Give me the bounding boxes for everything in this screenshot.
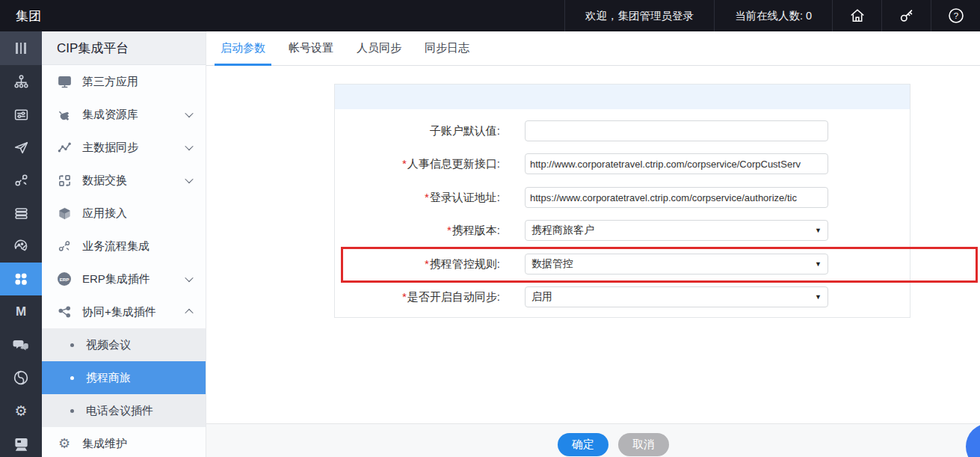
field-label: *人事信息更新接口: — [335, 153, 500, 174]
rail-item-letter-m[interactable]: M — [0, 295, 42, 328]
sidebar: CIP集成平台 第三方应用 集成资源库 主数据同步 数据交换 应用接入 业务流程 — [42, 31, 206, 457]
submenu-item-video-conference[interactable]: 视频会议 — [42, 328, 206, 361]
sidebar-item-app-access[interactable]: 应用接入 — [42, 197, 206, 230]
login-auth-url-input[interactable] — [525, 187, 828, 208]
data-nodes-icon — [57, 140, 72, 155]
monitor-icon — [57, 74, 72, 89]
sub-account-default-input[interactable] — [525, 120, 828, 141]
help-icon: ? — [947, 7, 965, 25]
sidebar-item-label: 集成资源库 — [82, 108, 186, 122]
share-nodes-icon — [57, 304, 72, 319]
form-row: *携程版本: 携程商旅客户 ▼ — [335, 220, 828, 241]
help-button[interactable]: ? — [931, 0, 980, 31]
link-flow-icon — [13, 173, 29, 188]
rail-item-control-panel[interactable] — [0, 98, 42, 131]
sidebar-item-label: 应用接入 — [82, 206, 192, 221]
chevron-down-icon — [185, 175, 193, 183]
home-button[interactable] — [832, 0, 881, 31]
select-arrow-icon: ▼ — [815, 293, 822, 301]
tab-account-settings[interactable]: 帐号设置 — [289, 31, 333, 66]
home-icon — [849, 7, 866, 24]
chevron-down-icon — [185, 109, 193, 117]
field-label: *携程版本: — [335, 220, 500, 241]
field-label: *登录认证地址: — [335, 187, 500, 208]
field-label: *是否开启自动同步: — [335, 286, 500, 307]
cube-icon — [57, 206, 72, 221]
sidebar-item-integration-maintenance[interactable]: ⚙ 集成维护 — [42, 427, 206, 457]
workstation-icon — [13, 436, 29, 452]
key-button[interactable] — [881, 0, 931, 31]
sidebar-item-label: 协同+集成插件 — [82, 305, 186, 319]
sidebar-item-data-exchange[interactable]: 数据交换 — [42, 164, 206, 197]
sidebar-title: CIP集成平台 — [42, 31, 206, 65]
settings-panel: 子账户默认值: *人事信息更新接口: *登录认证地址: *携程版本: 携程商旅客… — [334, 84, 910, 318]
submenu-item-ctrip-travel[interactable]: 携程商旅 — [42, 361, 206, 394]
rail-item-stack[interactable] — [0, 197, 42, 230]
app-rail: M ⚙ — [0, 31, 42, 457]
ctrip-control-rule-select[interactable]: 数据管控 ▼ — [525, 254, 828, 274]
sidebar-item-business-process-integration[interactable]: 业务流程集成 — [42, 230, 206, 263]
select-arrow-icon: ▼ — [815, 260, 822, 268]
chevron-up-icon — [185, 309, 193, 317]
rail-item-chat[interactable] — [0, 328, 42, 361]
tab-startup-params[interactable]: 启动参数 — [221, 31, 265, 66]
tab-sync-log[interactable]: 同步日志 — [425, 31, 469, 66]
sidebar-item-master-data-sync[interactable]: 主数据同步 — [42, 131, 206, 164]
select-arrow-icon: ▼ — [815, 227, 822, 234]
rail-item-link-flow[interactable] — [0, 164, 42, 197]
confirm-button[interactable]: 确定 — [558, 433, 608, 456]
form-row: *是否开启自动同步: 启用 ▼ — [335, 286, 828, 307]
apps-clover-icon — [13, 271, 29, 287]
rail-item-gear[interactable]: ⚙ — [0, 394, 42, 427]
rail-item-apps-clover[interactable] — [0, 263, 42, 295]
ctrip-version-select[interactable]: 携程商旅客户 ▼ — [525, 220, 828, 241]
rail-item-swirl[interactable] — [0, 361, 42, 394]
rail-item-org-chart[interactable] — [0, 65, 42, 98]
flow-link-icon — [57, 239, 72, 254]
submenu-item-label: 视频会议 — [86, 338, 131, 352]
palette-icon — [13, 239, 29, 254]
org-chart-icon — [13, 74, 29, 90]
control-panel-icon — [13, 107, 29, 123]
online-count: 当前在线人数: 0 — [714, 0, 832, 31]
submenu-item-phone-conference[interactable]: 电话会议插件 — [42, 394, 206, 427]
rail-item-palette[interactable] — [0, 230, 42, 263]
gear-icon: ⚙ — [57, 436, 72, 451]
field-label: *携程管控规则: — [335, 254, 500, 274]
sidebar-item-label: ERP集成插件 — [82, 272, 186, 286]
chevron-down-icon — [185, 142, 193, 150]
topbar: 集团 欢迎，集团管理员登录 当前在线人数: 0 ? — [0, 0, 980, 31]
main-content: 启动参数 帐号设置 人员同步 同步日志 子账户默认值: *人事信息更新接口: *… — [206, 31, 980, 457]
bullet-icon — [70, 343, 74, 347]
rail-item-send[interactable] — [0, 131, 42, 164]
send-icon — [13, 140, 29, 156]
plug-icon — [57, 107, 72, 122]
swirl-icon — [13, 369, 29, 386]
sidebar-item-label: 主数据同步 — [82, 141, 186, 155]
svg-text:ERP: ERP — [60, 277, 70, 282]
gear-icon: ⚙ — [14, 404, 27, 418]
auto-sync-select[interactable]: 启用 ▼ — [525, 286, 828, 307]
chat-icon — [13, 337, 29, 353]
footer-bar: 确定 取消 — [206, 423, 980, 457]
cancel-button[interactable]: 取消 — [618, 433, 669, 456]
svg-text:?: ? — [953, 11, 958, 20]
exchange-icon — [57, 173, 72, 188]
letter-m-icon: M — [16, 304, 26, 319]
sidebar-item-erp-plugins[interactable]: ERP ERP集成插件 — [42, 263, 206, 295]
tab-bar: 启动参数 帐号设置 人员同步 同步日志 — [206, 31, 980, 66]
sidebar-item-collab-plugins[interactable]: 协同+集成插件 — [42, 295, 206, 328]
welcome-text: 欢迎，集团管理员登录 — [564, 0, 714, 31]
tab-personnel-sync[interactable]: 人员同步 — [357, 31, 401, 66]
rail-item-workstation[interactable] — [0, 427, 42, 457]
submenu-item-label: 电话会议插件 — [86, 404, 153, 418]
sidebar-item-third-party-apps[interactable]: 第三方应用 — [42, 65, 206, 98]
submenu-item-label: 携程商旅 — [86, 371, 131, 385]
stack-icon — [13, 206, 29, 221]
rail-item-columns-menu[interactable] — [0, 31, 42, 65]
brand-title: 集团 — [0, 0, 41, 31]
bullet-icon — [70, 376, 74, 380]
hr-info-update-api-input[interactable] — [525, 153, 828, 174]
sidebar-item-integration-repository[interactable]: 集成资源库 — [42, 98, 206, 131]
panel-header-strip — [335, 85, 910, 109]
